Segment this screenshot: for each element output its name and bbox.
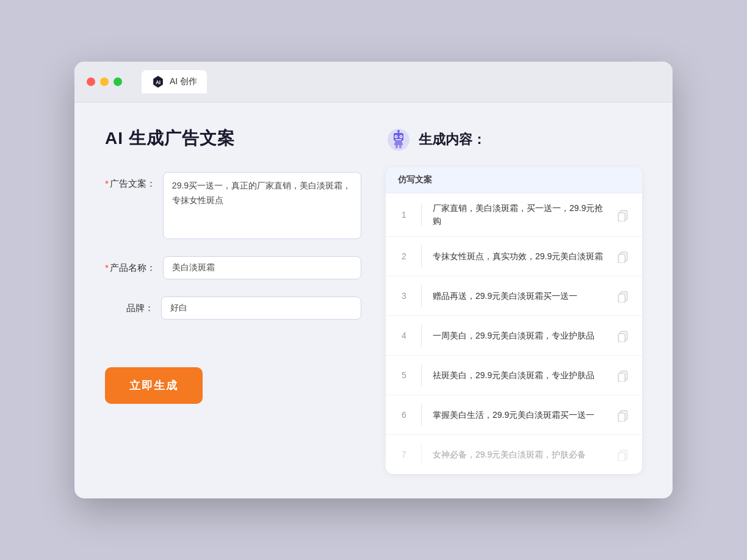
- product-name-group: *产品名称：: [105, 256, 361, 279]
- result-row: 5 祛斑美白，29.9元美白淡斑霜，专业护肤品: [386, 356, 642, 395]
- result-row: 4 一周美白，29.9元美白淡斑霜，专业护肤品: [386, 316, 642, 356]
- row-divider: [421, 443, 422, 465]
- svg-rect-14: [618, 213, 625, 221]
- result-row: 1 厂家直销，美白淡斑霜，买一送一，29.9元抢购: [386, 193, 642, 237]
- ad-copy-group: *广告文案： 29.9买一送一，真正的厂家直销，美白淡斑霜，专抹女性斑点: [105, 172, 361, 239]
- row-divider: [421, 404, 422, 426]
- copy-icon[interactable]: [616, 329, 630, 342]
- svg-rect-12: [399, 145, 402, 148]
- row-number: 3: [398, 291, 410, 301]
- robot-icon: [386, 127, 411, 153]
- row-text: 赠品再送，29.9元美白淡斑霜买一送一: [433, 290, 608, 303]
- page-title: AI 生成广告文案: [105, 127, 361, 150]
- ai-tab-icon: AI: [151, 75, 165, 88]
- right-header: 生成内容：: [386, 127, 642, 153]
- svg-rect-16: [618, 254, 625, 263]
- minimize-button[interactable]: [100, 77, 109, 86]
- svg-point-8: [395, 136, 397, 137]
- tab-label: AI 创作: [170, 76, 197, 87]
- maximize-button[interactable]: [114, 77, 122, 86]
- row-text: 祛斑美白，29.9元美白淡斑霜，专业护肤品: [433, 369, 608, 382]
- brand-label: 品牌：: [105, 296, 154, 314]
- row-number: 7: [398, 450, 410, 459]
- copy-icon[interactable]: [616, 208, 630, 221]
- close-button[interactable]: [87, 77, 95, 86]
- row-text: 一周美白，29.9元美白淡斑霜，专业护肤品: [433, 329, 608, 342]
- brand-group: 品牌：: [105, 296, 361, 320]
- results-table: 仿写文案 1 厂家直销，美白淡斑霜，买一送一，29.9元抢购 2 专抹女性斑点，…: [386, 167, 642, 474]
- results-list: 1 厂家直销，美白淡斑霜，买一送一，29.9元抢购 2 专抹女性斑点，真实功效，…: [386, 193, 642, 474]
- svg-rect-24: [618, 413, 625, 422]
- result-row: 6 掌握美白生活，29.9元美白淡斑霜买一送一: [386, 395, 642, 435]
- svg-point-4: [397, 130, 400, 132]
- row-number: 5: [398, 370, 410, 380]
- product-name-label: *产品名称：: [105, 256, 156, 274]
- right-title: 生成内容：: [419, 131, 486, 149]
- copy-icon[interactable]: [616, 368, 630, 382]
- svg-rect-20: [618, 334, 625, 342]
- result-row: 7 女神必备，29.9元美白淡斑霜，护肤必备: [386, 435, 642, 474]
- copy-icon[interactable]: [616, 408, 630, 422]
- row-text: 厂家直销，美白淡斑霜，买一送一，29.9元抢购: [433, 202, 608, 228]
- row-text: 专抹女性斑点，真实功效，29.9元美白淡斑霜: [433, 250, 608, 263]
- copy-icon[interactable]: [616, 448, 630, 461]
- right-panel: 生成内容： 仿写文案 1 厂家直销，美白淡斑霜，买一送一，29.9元抢购 2 专…: [386, 127, 642, 474]
- svg-rect-26: [618, 453, 625, 461]
- required-star-2: *: [105, 262, 109, 273]
- row-divider: [421, 285, 422, 307]
- ad-copy-input[interactable]: 29.9买一送一，真正的厂家直销，美白淡斑霜，专抹女性斑点: [163, 172, 361, 239]
- generate-button[interactable]: 立即生成: [105, 367, 203, 404]
- svg-rect-22: [618, 373, 625, 382]
- row-number: 2: [398, 251, 410, 261]
- svg-rect-11: [395, 145, 398, 148]
- table-header: 仿写文案: [386, 167, 642, 193]
- row-number: 4: [398, 331, 410, 340]
- browser-titlebar: AI AI 创作: [74, 62, 673, 102]
- product-name-input[interactable]: [163, 256, 361, 279]
- left-panel: AI 生成广告文案 *广告文案： 29.9买一送一，真正的厂家直销，美白淡斑霜，…: [105, 127, 361, 474]
- browser-content: AI 生成广告文案 *广告文案： 29.9买一送一，真正的厂家直销，美白淡斑霜，…: [74, 102, 673, 498]
- svg-rect-10: [395, 139, 402, 140]
- svg-rect-18: [618, 294, 625, 303]
- row-divider: [421, 204, 422, 226]
- svg-point-9: [400, 136, 402, 137]
- copy-icon[interactable]: [616, 249, 630, 263]
- ai-creation-tab[interactable]: AI AI 创作: [142, 70, 207, 93]
- result-row: 2 专抹女性斑点，真实功效，29.9元美白淡斑霜: [386, 237, 642, 276]
- brand-input[interactable]: [161, 296, 361, 320]
- row-number: 6: [398, 410, 410, 420]
- browser-window: AI AI 创作 AI 生成广告文案 *广告文案： 29.9买一送一，真正的厂家…: [74, 62, 673, 498]
- svg-text:AI: AI: [156, 80, 161, 85]
- row-divider: [421, 325, 422, 346]
- required-star-1: *: [105, 178, 109, 188]
- ad-copy-label: *广告文案：: [105, 172, 156, 190]
- copy-icon[interactable]: [616, 289, 630, 303]
- row-divider: [421, 245, 422, 267]
- row-divider: [421, 364, 422, 386]
- row-number: 1: [398, 210, 410, 220]
- traffic-lights: [87, 77, 122, 86]
- row-text: 女神必备，29.9元美白淡斑霜，护肤必备: [433, 448, 608, 461]
- row-text: 掌握美白生活，29.9元美白淡斑霜买一送一: [433, 409, 608, 422]
- result-row: 3 赠品再送，29.9元美白淡斑霜买一送一: [386, 276, 642, 316]
